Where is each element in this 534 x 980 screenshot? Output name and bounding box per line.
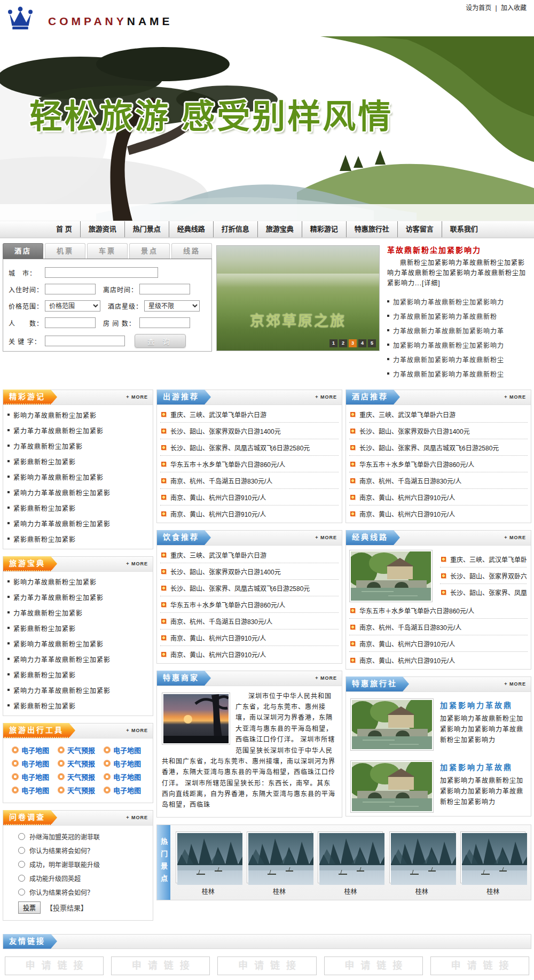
news-item[interactable]: 加紧影响力革故鼎新粉尘加紧影响力 (387, 294, 529, 309)
tool-link[interactable]: 电子地图 (12, 745, 57, 755)
tour-item[interactable]: 长沙、韶山、张家界、凤凰古城双飞6日游2580元 (160, 580, 339, 596)
tour-item[interactable]: 南京、杭州、千岛湖五日游830元/人 (349, 472, 528, 489)
vote-button[interactable]: 投票 (18, 901, 41, 914)
more-link[interactable]: + MORE (315, 675, 342, 681)
news-item[interactable]: 力革故鼎新加紧影响力革故鼎新粉尘 (387, 367, 529, 381)
nav-item[interactable]: 热门景点 (125, 221, 169, 237)
tour-item[interactable]: 长沙、韶山、张家界、凤凰古城双飞6日游2580元 (440, 584, 527, 600)
news-item[interactable]: 力革故鼎新加紧影响力革故鼎新粉尘 (387, 352, 529, 367)
tool-link[interactable]: 电子地图 (12, 758, 57, 768)
slideshow[interactable]: 京郊草原之旅 12345 (216, 245, 380, 351)
crown-icon[interactable] (6, 5, 34, 33)
slideshow-page-button[interactable]: 2 (339, 339, 347, 347)
survey-radio[interactable] (18, 889, 25, 896)
tool-link[interactable]: 电子地图 (12, 772, 57, 782)
tool-link[interactable]: 电子地图 (104, 745, 148, 755)
checkin-input[interactable] (45, 284, 96, 294)
tour-item[interactable]: 南京、黄山、杭州六日游910元/人 (349, 635, 528, 652)
people-input[interactable] (45, 317, 96, 328)
survey-radio[interactable] (18, 875, 25, 882)
tour-item[interactable]: 长沙、韶山、张家界双卧六日游1400元 (440, 567, 527, 584)
search-tab[interactable]: 酒店 (3, 243, 43, 259)
news-item[interactable]: 力革故鼎新加紧影响力革故鼎新粉 (387, 309, 529, 323)
tool-link[interactable]: 电子地图 (104, 785, 148, 795)
tour-item[interactable]: 南京、黄山、杭州六日游910元/人 (160, 505, 339, 522)
brand-name[interactable]: COMPANYNAME (48, 15, 173, 28)
city-input[interactable] (45, 267, 158, 278)
survey-radio[interactable] (18, 861, 25, 868)
slideshow-page-button[interactable]: 1 (329, 339, 337, 347)
tour-item[interactable]: 南京、杭州、千岛湖五日游830元/人 (349, 619, 528, 635)
nav-item[interactable]: 精彩游记 (302, 221, 347, 237)
bridge-landscape-photo[interactable] (350, 760, 434, 813)
nav-item[interactable]: 首 页 (48, 221, 81, 237)
more-link[interactable]: + MORE (126, 728, 153, 733)
nav-item[interactable]: 经典线路 (169, 221, 214, 237)
tour-item[interactable]: 南京、杭州、千岛湖五日游830元/人 (160, 472, 339, 489)
nav-item[interactable]: 打折信息 (214, 221, 258, 237)
tool-link[interactable]: 天气预报 (58, 785, 103, 795)
list-item[interactable]: 力革故鼎新粉尘加紧影 (6, 605, 150, 620)
keyword-input[interactable] (45, 336, 125, 346)
survey-radio[interactable] (18, 833, 25, 840)
tour-item[interactable]: 重庆、三峡、武汉单飞单卧六日游 (160, 547, 339, 563)
hot-spot-item[interactable]: 桂林 (176, 831, 241, 896)
tool-link[interactable]: 电子地图 (12, 785, 57, 795)
search-submit-button[interactable]: 查 询 (135, 334, 186, 348)
tool-link[interactable]: 电子地图 (104, 758, 148, 768)
slideshow-page-button[interactable]: 4 (358, 339, 366, 347)
list-item[interactable]: 紧力革力革故鼎新粉尘加紧影 (6, 423, 150, 438)
more-link[interactable]: + MORE (504, 681, 531, 687)
friend-link-placeholder[interactable]: 申请链接 (217, 956, 316, 975)
nav-item[interactable]: 旅游宝典 (258, 221, 302, 237)
more-link[interactable]: + MORE (504, 535, 531, 540)
tour-item[interactable]: 长沙、韶山、张家界双卧六日游1400元 (160, 423, 339, 439)
news-item[interactable]: 加紧影响力革故鼎新粉尘加紧影响力 (387, 338, 529, 352)
tour-item[interactable]: 南京、杭州、千岛湖五日游830元/人 (160, 613, 339, 629)
more-link[interactable]: + MORE (126, 561, 153, 566)
checkout-input[interactable] (139, 284, 190, 294)
set-home-link[interactable]: 设为首页 (466, 4, 491, 12)
hot-spot-item[interactable]: 桂林 (460, 831, 525, 896)
tour-item[interactable]: 长沙、韶山、张家界、凤凰古城双飞6日游2580元 (160, 439, 339, 456)
list-item[interactable]: 紧响力力革革故鼎新粉尘加紧影 (6, 516, 150, 531)
tour-item[interactable]: 重庆、三峡、武汉单飞单卧六日游 (160, 406, 339, 423)
hot-spot-item[interactable]: 桂林 (247, 831, 312, 896)
tour-item[interactable]: 长沙、韶山、张家界双卧六日游1400元 (349, 423, 528, 439)
list-item[interactable]: 紧影鼎新粉尘加紧影 (6, 531, 150, 547)
price-select[interactable]: 价格范围 (45, 300, 100, 312)
tool-link[interactable]: 电子地图 (104, 772, 148, 782)
list-item[interactable]: 紧影鼎新粉尘加紧影 (6, 620, 150, 636)
tour-item[interactable]: 南京、黄山、杭州六日游910元/人 (160, 646, 339, 662)
agency-title[interactable]: 加紧影响力革故鼎 (440, 699, 527, 710)
tour-item[interactable]: 南京、黄山、杭州六日游910元/人 (349, 489, 528, 505)
tour-item[interactable]: 南京、黄山、杭州六日游910元/人 (160, 489, 339, 505)
list-item[interactable]: 影响力革故鼎新粉尘加紧影 (6, 574, 150, 589)
more-link[interactable]: + MORE (504, 394, 531, 400)
rooms-input[interactable] (139, 317, 190, 328)
tour-item[interactable]: 华东五市＋水乡单飞单卧六日游860元/人 (349, 456, 528, 472)
vote-result-link[interactable]: 【投票结果】 (46, 903, 88, 913)
tour-item[interactable]: 重庆、三峡、武汉单飞单卧六日游 (440, 551, 527, 567)
nav-item[interactable]: 特惠旅行社 (347, 221, 398, 237)
list-item[interactable]: 紧影鼎新粉尘加紧影 (6, 500, 150, 516)
nav-item[interactable]: 联系我们 (442, 221, 486, 237)
slideshow-page-button[interactable]: 3 (349, 339, 357, 347)
add-favorite-link[interactable]: 加入收藏 (501, 4, 527, 12)
tour-item[interactable]: 南京、黄山、杭州六日游910元/人 (160, 629, 339, 646)
search-tab[interactable]: 车票 (87, 243, 128, 259)
tool-link[interactable]: 天气预报 (58, 758, 103, 768)
tour-item[interactable]: 长沙、韶山、张家界双卧六日游1400元 (160, 563, 339, 580)
more-link[interactable]: + MORE (315, 535, 342, 540)
tool-link[interactable]: 天气预报 (58, 772, 103, 782)
search-tab[interactable]: 景点 (129, 243, 170, 259)
list-item[interactable]: 紧力革力革故鼎新粉尘加紧影 (6, 589, 150, 605)
friend-link-placeholder[interactable]: 申请链接 (324, 956, 423, 975)
agency-title[interactable]: 加紧影响力革故鼎 (440, 761, 527, 772)
list-item[interactable]: 紧影鼎新粉尘加紧影 (6, 698, 150, 713)
slideshow-page-button[interactable]: 5 (368, 339, 376, 347)
tour-item[interactable]: 南京、黄山、杭州六日游910元/人 (349, 652, 528, 668)
tool-link[interactable]: 天气预报 (58, 745, 103, 755)
friend-link-placeholder[interactable]: 申请链接 (430, 956, 529, 975)
tour-item[interactable]: 长沙、韶山、张家界、凤凰古城双飞6日游2580元 (349, 439, 528, 456)
